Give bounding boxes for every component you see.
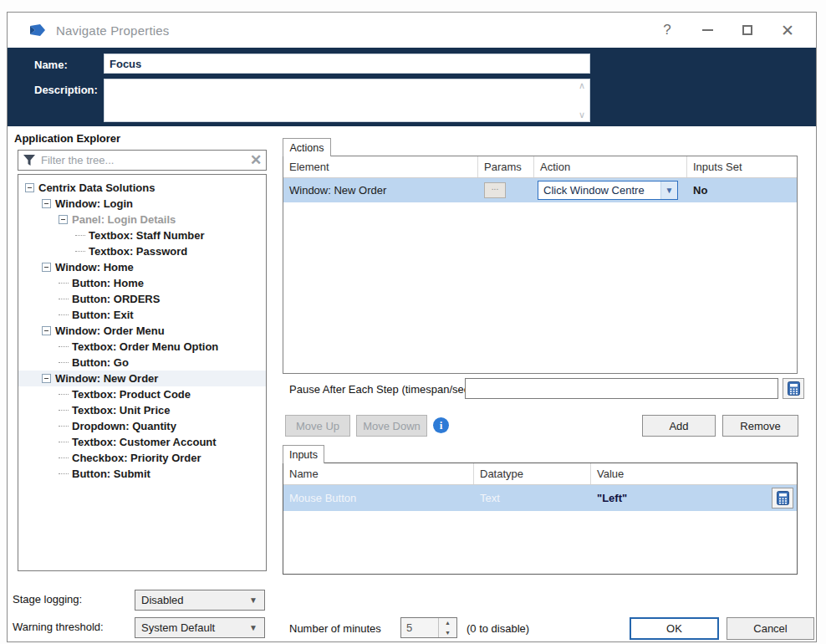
tree-item-label: Button: Submit — [72, 468, 150, 480]
cancel-button[interactable]: Cancel — [727, 617, 814, 640]
minimize-button[interactable] — [687, 13, 727, 48]
minutes-value[interactable]: 5 — [401, 618, 438, 637]
value-expression-button[interactable] — [772, 488, 793, 509]
tree-connector — [59, 394, 69, 395]
actions-table-header: Element Params Action Inputs Set — [283, 156, 797, 178]
chevron-down-icon: ▼ — [249, 595, 264, 605]
inputs-table-row[interactable]: Mouse Button Text "Left" — [283, 485, 797, 511]
description-field-wrap: ∧ ∨ — [104, 79, 590, 122]
tree-item[interactable]: Panel: Login Details — [18, 212, 266, 227]
tree-connector — [59, 457, 69, 458]
tree-item-label: Button: Home — [72, 277, 144, 289]
stage-logging-label: Stage logging: — [13, 593, 82, 606]
tree-item-label: Button: Go — [72, 356, 129, 369]
tree-item-label: Panel: Login Details — [72, 213, 176, 226]
tree-item-label: Textbox: Unit Price — [72, 404, 171, 417]
tree-collapse-icon[interactable] — [42, 263, 51, 272]
name-label: Name: — [34, 59, 68, 71]
ok-button[interactable]: OK — [630, 617, 719, 640]
move-down-button[interactable]: Move Down — [356, 415, 427, 437]
tree-item[interactable]: Button: Home — [18, 275, 266, 291]
tree-connector — [59, 410, 69, 411]
tab-inputs-label: Inputs — [289, 449, 318, 461]
tab-actions[interactable]: Actions — [283, 138, 331, 156]
input-row-value[interactable]: "Left" — [597, 492, 627, 504]
scroll-down-icon[interactable]: ∨ — [579, 110, 585, 120]
warning-threshold-dropdown[interactable]: System Default ▼ — [135, 617, 265, 638]
tree-item[interactable]: Checkbox: Priority Order — [18, 450, 266, 466]
tree-item[interactable]: Button: Go — [18, 355, 266, 371]
column-inputs-set: Inputs Set — [687, 156, 797, 177]
tree-item[interactable]: Button: Submit — [18, 466, 266, 482]
action-row-element: Window: New Order — [283, 184, 478, 197]
column-params: Params — [478, 156, 534, 177]
tree-collapse-icon[interactable] — [25, 183, 34, 192]
tree-item-label: Centrix Data Solutions — [38, 181, 155, 194]
tree-item[interactable]: Window: Order Menu — [18, 323, 266, 339]
tree-collapse-icon[interactable] — [59, 215, 68, 224]
pause-expression-button[interactable] — [783, 378, 804, 399]
tab-actions-label: Actions — [290, 142, 324, 154]
help-icon: ? — [663, 22, 670, 38]
tree-item[interactable]: Button: Exit — [18, 307, 266, 323]
description-input[interactable] — [105, 79, 573, 121]
tree-item[interactable]: Textbox: Order Menu Option — [18, 339, 266, 355]
tree-filter-input[interactable] — [41, 154, 246, 166]
stage-logging-value: Disabled — [135, 594, 184, 606]
tree-connector — [59, 473, 69, 474]
params-button[interactable]: ... — [484, 182, 506, 198]
title-bar[interactable]: Navigate Properties ? ✕ — [8, 13, 816, 48]
tree-item-label: Window: Home — [55, 261, 134, 273]
tree-collapse-icon[interactable] — [42, 326, 51, 335]
close-button[interactable]: ✕ — [767, 13, 808, 48]
tree-connector — [59, 314, 69, 315]
spinner-down-icon[interactable]: ▼ — [439, 628, 456, 638]
tree-collapse-icon[interactable] — [42, 199, 51, 208]
tree-item-label: Textbox: Staff Number — [89, 229, 204, 242]
maximize-icon — [742, 25, 752, 35]
scroll-up-icon[interactable]: ∧ — [579, 81, 585, 90]
tree-item[interactable]: Centrix Data Solutions — [18, 180, 266, 196]
action-dropdown[interactable]: Click Window Centre ▼ — [538, 181, 678, 200]
maximize-button[interactable] — [727, 13, 767, 48]
tree-item-label: Window: Order Menu — [55, 325, 165, 337]
tree-connector — [59, 346, 69, 347]
tree-item[interactable]: Dropdown: Quantity — [18, 418, 266, 434]
window-title: Navigate Properties — [56, 23, 170, 38]
tree-item[interactable]: Textbox: Product Code — [18, 386, 266, 402]
actions-table-row[interactable]: Window: New Order ... Click Window Centr… — [283, 178, 797, 202]
move-up-button[interactable]: Move Up — [285, 415, 350, 437]
tab-inputs[interactable]: Inputs — [283, 445, 324, 463]
description-label: Description: — [34, 84, 98, 96]
pause-label: Pause After Each Step (timespan/secs) — [289, 383, 478, 396]
spinner-up-icon[interactable]: ▲ — [439, 618, 456, 628]
pause-input[interactable] — [465, 378, 778, 399]
tree-item[interactable]: Textbox: Staff Number — [18, 227, 266, 243]
column-element: Element — [283, 156, 478, 177]
action-dropdown-value: Click Window Centre — [538, 184, 645, 197]
tree-item[interactable]: Window: New Order — [18, 371, 266, 386]
tree-item[interactable]: Textbox: Password — [18, 243, 266, 259]
tree-collapse-icon[interactable] — [42, 374, 51, 383]
warning-threshold-value: System Default — [135, 621, 215, 634]
description-scrollbar[interactable]: ∧ ∨ — [574, 79, 589, 121]
help-button[interactable]: ? — [647, 13, 687, 48]
remove-button[interactable]: Remove — [722, 415, 798, 437]
tree-connector — [75, 251, 85, 252]
tree-item[interactable]: Textbox: Customer Account — [18, 434, 266, 450]
minutes-spinner: 5 ▲ ▼ — [400, 617, 457, 638]
actions-panel: Element Params Action Inputs Set Window:… — [283, 156, 798, 374]
tree-item[interactable]: Button: ORDERS — [18, 291, 266, 307]
disable-hint: (0 to disable) — [467, 622, 529, 635]
tree-item-label: Button: ORDERS — [72, 293, 160, 305]
tree-filter-box: ✕ — [18, 150, 267, 171]
tree-item[interactable]: Window: Login — [18, 196, 266, 212]
info-icon: i — [433, 417, 449, 433]
tree-item[interactable]: Textbox: Unit Price — [18, 402, 266, 418]
add-button[interactable]: Add — [642, 415, 716, 437]
tree-item-label: Button: Exit — [72, 309, 134, 321]
tree-item[interactable]: Window: Home — [18, 259, 266, 275]
clear-filter-icon[interactable]: ✕ — [246, 153, 266, 167]
name-input[interactable] — [104, 54, 590, 74]
stage-logging-dropdown[interactable]: Disabled ▼ — [135, 590, 265, 611]
